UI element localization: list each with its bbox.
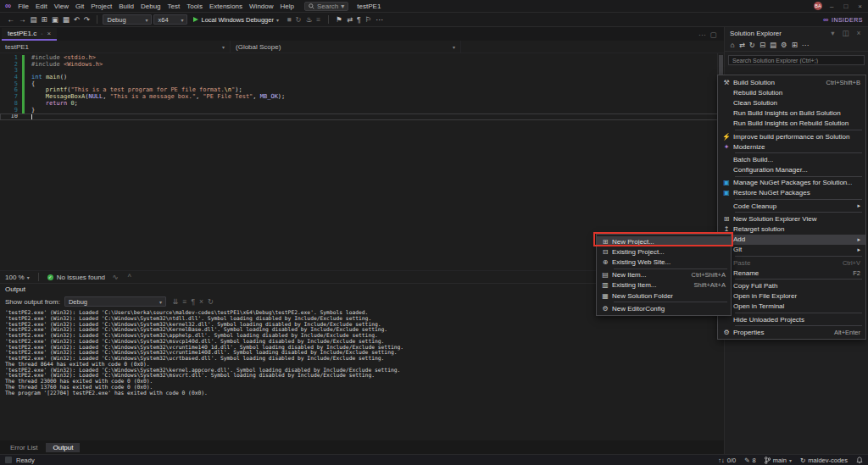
code-cleanup-icon[interactable]: ∿ [110, 271, 120, 283]
word-wrap-icon[interactable]: ¶ [189, 296, 198, 307]
menu-item-open-in-file-explorer[interactable]: Open in File Explorer [718, 291, 865, 302]
menu-item-new-solution-folder[interactable]: ▦New Solution Folder [597, 291, 731, 301]
panel-options-icon[interactable]: ▾ [829, 27, 837, 39]
menu-item-existing-web-site[interactable]: ⊕Existing Web Site... [597, 257, 731, 267]
solution-configuration-dropdown[interactable]: Debug▾ [103, 14, 152, 25]
menu-item-rename[interactable]: ✎RenameF2 [718, 268, 865, 278]
menu-debug[interactable]: Debug [137, 3, 164, 10]
menu-item-copy-full-path[interactable]: Copy Full Path [718, 280, 865, 291]
menu-item-build-solution[interactable]: ⚒Build SolutionCtrl+Shift+B [718, 77, 865, 87]
output-source-dropdown[interactable]: Debug▾ [64, 296, 166, 307]
menu-item-run-build-insights-on-rebuild-solution[interactable]: Run Build Insights on Rebuild Solution [718, 119, 865, 129]
menu-item-hide-unloaded-projects[interactable]: Hide Unloaded Projects [718, 314, 865, 324]
bookmark-icon[interactable]: ⚐ [363, 14, 374, 25]
menu-item-new-solution-explorer-view[interactable]: ⊞New Solution Explorer View [718, 213, 865, 224]
menu-item-add[interactable]: Add▸ [718, 235, 865, 245]
tab-testpe1-c[interactable]: testPE1.c ◦ × [2, 28, 57, 41]
pin-icon[interactable]: ◫ [840, 27, 851, 39]
collapse-indicator-icon[interactable]: ^ [125, 271, 133, 283]
git-sync-status[interactable]: ↑↓ 0/0 [718, 457, 736, 464]
code-line-10[interactable]: 10 [0, 113, 724, 120]
switch-views-icon[interactable]: ⇄ [737, 39, 747, 51]
solution-explorer-search-input[interactable] [728, 55, 865, 65]
menu-item-existing-project[interactable]: ⊟Existing Project... [597, 246, 731, 257]
toolbar-overflow-icon[interactable]: ⋯ [374, 14, 386, 25]
git-repository[interactable]: ↻ maldev-codes [800, 457, 848, 464]
menu-item-retarget-solution[interactable]: ↥Retarget solution [718, 224, 865, 234]
menu-item-configuration-manager[interactable]: Configuration Manager... [718, 165, 865, 175]
menu-view[interactable]: View [51, 3, 72, 10]
menu-test[interactable]: Test [164, 3, 184, 10]
menu-item-code-cleanup[interactable]: Code Cleanup▸ [718, 201, 865, 211]
run-tests-icon[interactable]: ⚑ [334, 14, 345, 25]
code-line-1[interactable]: 1#include <stdio.h> [0, 55, 724, 62]
menu-item-modernize[interactable]: ✦Modernize [718, 141, 865, 152]
zoom-dropdown[interactable]: 100 %▾ [5, 274, 30, 281]
save-icon[interactable]: ▣ [49, 14, 60, 25]
compare-icon[interactable]: ⇄ [344, 14, 354, 25]
menu-extensions[interactable]: Extensions [206, 3, 246, 10]
code-line-7[interactable]: 7 MessageBoxA(NULL, "This is a message b… [0, 94, 724, 101]
menu-help[interactable]: Help [277, 3, 298, 10]
menu-item-new-editorconfig[interactable]: ⚙New EditorConfig [597, 303, 731, 313]
menu-window[interactable]: Window [246, 3, 276, 10]
menu-item-improve-build-performance-on-solution[interactable]: ⚡Improve build performance on Solution [718, 131, 865, 141]
float-window-icon[interactable]: ▢ [708, 29, 719, 41]
properties-icon[interactable]: ⚙ [779, 39, 790, 51]
show-whitespace-icon[interactable]: ¶ [355, 14, 364, 25]
menu-item-git[interactable]: Git▸ [718, 245, 865, 255]
code-line-9[interactable]: 9} [0, 108, 724, 114]
open-file-icon[interactable]: ⊞ [39, 14, 49, 25]
menu-item-properties[interactable]: ⚙PropertiesAlt+Enter [718, 327, 865, 337]
clear-all-icon[interactable]: × [198, 296, 206, 307]
code-line-8[interactable]: 8 return 0; [0, 101, 724, 108]
menu-item-new-item[interactable]: ▤New Item...Ctrl+Shift+A [597, 270, 731, 280]
sync-with-active-document-icon[interactable]: ↻ [747, 39, 757, 51]
start-debugging-button[interactable]: Local Windows Debugger ▾ [189, 14, 282, 25]
stop-icon[interactable]: ■ [285, 14, 293, 25]
background-tasks-icon[interactable] [5, 457, 12, 463]
hot-reload-icon[interactable]: ♨ [303, 14, 314, 25]
solution-platform-dropdown[interactable]: x64▾ [153, 14, 187, 25]
code-line-2[interactable]: 2#include <Windows.h> [0, 62, 724, 69]
show-all-files-icon[interactable]: ▤ [768, 39, 779, 51]
minimize-button[interactable]: – [827, 3, 836, 10]
pending-edits[interactable]: ✎ 8 [744, 457, 755, 464]
code-line-3[interactable]: 3 [0, 68, 724, 75]
close-panel-icon[interactable]: × [854, 27, 863, 39]
git-branch[interactable]: main ▾ [765, 457, 792, 464]
collapse-all-icon[interactable]: ⊟ [757, 39, 767, 51]
avatar[interactable]: BA [814, 2, 822, 10]
menu-item-existing-item[interactable]: ▥Existing Item...Shift+Alt+A [597, 280, 731, 291]
jump-to-output-icon[interactable]: ⇊ [170, 296, 181, 307]
menu-item-open-in-terminal[interactable]: Open in Terminal [718, 302, 865, 312]
menu-git[interactable]: Git [72, 3, 87, 10]
new-file-icon[interactable]: ▤ [28, 14, 39, 25]
redo-icon[interactable]: ↷ [81, 14, 92, 25]
menu-tools[interactable]: Tools [183, 3, 206, 10]
maximize-button[interactable]: □ [841, 3, 850, 10]
tab-overflow-icon[interactable]: ⋯ [696, 29, 708, 41]
menu-item-rebuild-solution[interactable]: Rebuild Solution [718, 87, 865, 97]
menu-file[interactable]: File [14, 3, 32, 10]
toggle-autoscroll-icon[interactable]: ↻ [206, 296, 216, 307]
undo-icon[interactable]: ↶ [71, 14, 81, 25]
more-icon[interactable]: ⋯ [799, 39, 811, 51]
output-log[interactable]: 'testPE2.exe' (Win32): Loaded 'C:\Users\… [0, 308, 724, 440]
panel-tab-output[interactable]: Output [46, 443, 80, 452]
save-all-icon[interactable]: ▦ [60, 14, 71, 25]
close-button[interactable]: × [855, 3, 865, 10]
titlebar-search[interactable]: Search ▾ [304, 2, 348, 11]
menu-item-run-build-insights-on-build-solution[interactable]: Run Build Insights on Build Solution [718, 108, 865, 119]
document-health-indicator[interactable]: ✓ No issues found [47, 274, 105, 281]
code-line-4[interactable]: 4int main() [0, 75, 724, 81]
menu-item-paste[interactable]: ⊡PasteCtrl+V [718, 257, 865, 268]
notifications-bell-icon[interactable] [856, 457, 863, 464]
menu-project[interactable]: Project [87, 3, 115, 10]
menu-edit[interactable]: Edit [32, 3, 51, 10]
nav-forward-icon[interactable]: → [17, 14, 29, 25]
panel-tab-error-list[interactable]: Error List [3, 443, 44, 452]
menu-build[interactable]: Build [115, 3, 137, 10]
messages-icon[interactable]: ≡ [181, 296, 189, 307]
menu-item-restore-nuget-packages[interactable]: ▣Restore NuGet Packages [718, 188, 865, 198]
